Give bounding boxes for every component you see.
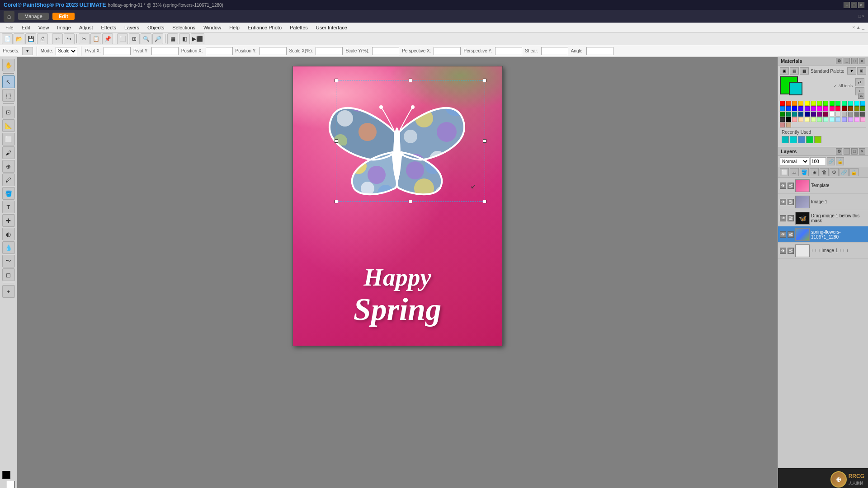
pan-tool[interactable]: ✋ xyxy=(2,59,15,71)
layers-float-icon[interactable]: □ xyxy=(851,148,858,155)
color-cell-8[interactable] xyxy=(830,101,835,106)
layer-vis-template[interactable]: 👁 xyxy=(780,183,786,189)
new-file-button[interactable]: 📄 xyxy=(2,33,13,44)
color-cell-5[interactable] xyxy=(811,101,816,106)
home-button[interactable]: ⌂ xyxy=(4,11,14,22)
paint-tool[interactable]: 🖊 xyxy=(2,174,15,186)
open-file-button[interactable]: 📂 xyxy=(14,33,24,44)
scale-x-input[interactable]: 100.00 xyxy=(316,47,343,55)
heal-tool[interactable]: ⊕ xyxy=(2,160,15,173)
menu-user-interface[interactable]: User Interface xyxy=(312,24,351,31)
save-file-button[interactable]: 💾 xyxy=(25,33,36,44)
color-cell-15[interactable] xyxy=(786,106,791,111)
persp-y-input[interactable]: 0.00 xyxy=(495,47,522,55)
color-cell-46[interactable] xyxy=(805,117,810,122)
background-color[interactable] xyxy=(789,82,802,95)
recent-color-5[interactable] xyxy=(814,136,821,143)
color-cell-28[interactable] xyxy=(780,112,785,117)
color-cell-39[interactable] xyxy=(848,112,853,117)
color-cell-38[interactable] xyxy=(842,112,847,117)
merge-layers-btn[interactable]: ⊞ xyxy=(810,168,819,176)
menu-palettes[interactable]: Palettes xyxy=(286,24,311,31)
color-cell-34[interactable] xyxy=(817,112,822,117)
minimize-button[interactable]: − xyxy=(844,2,850,8)
recent-color-3[interactable] xyxy=(798,136,805,143)
palette-add-btn[interactable]: ⊞ xyxy=(857,67,866,75)
color-cell-22[interactable] xyxy=(830,106,835,111)
presets-dropdown[interactable]: ▼ xyxy=(22,47,33,55)
print-button[interactable]: 🖨 xyxy=(37,33,48,44)
color-cell-47[interactable] xyxy=(811,117,816,122)
layer-properties-btn[interactable]: ⚙ xyxy=(830,168,839,176)
manage-button[interactable]: Manage xyxy=(18,13,49,20)
paste-button[interactable]: 📌 xyxy=(102,33,113,44)
color-cell-36[interactable] xyxy=(830,112,835,117)
layer-item-flowers[interactable]: 👁 ⛓ spring-flowers-110671_1280 xyxy=(778,226,868,243)
color-cell-44[interactable] xyxy=(792,117,797,122)
menu-window[interactable]: Window xyxy=(200,24,225,31)
color-cell-18[interactable] xyxy=(805,106,810,111)
color-cell-26[interactable] xyxy=(854,106,859,111)
angle-input[interactable]: 0.000 xyxy=(586,47,613,55)
color-cell-54[interactable] xyxy=(854,117,859,122)
color-cell-30[interactable] xyxy=(792,112,797,117)
layer-vis-flowers[interactable]: 👁 xyxy=(780,231,786,238)
color-cell-32[interactable] xyxy=(805,112,810,117)
layer-link-mask[interactable]: ⛓ xyxy=(788,215,794,221)
color-cell-6[interactable] xyxy=(817,101,822,106)
color-cell-52[interactable] xyxy=(842,117,847,122)
menu-edit[interactable]: Edit xyxy=(18,24,34,31)
recent-color-4[interactable] xyxy=(806,136,813,143)
blur-tool[interactable]: 💧 xyxy=(2,241,15,254)
color-cell-49[interactable] xyxy=(823,117,828,122)
perspective-tool[interactable]: ⬜ xyxy=(2,133,15,145)
color-cell-10[interactable] xyxy=(842,101,847,106)
copy-button[interactable]: 📋 xyxy=(90,33,101,44)
layer-vis-blank[interactable]: 👁 xyxy=(780,248,786,254)
layer-link-btn[interactable]: 🔗 xyxy=(827,157,835,165)
layer-link-flowers[interactable]: ⛓ xyxy=(788,231,794,238)
color-cell-40[interactable] xyxy=(854,112,859,117)
lock-layers-btn[interactable]: 🔒 xyxy=(849,168,859,176)
cut-button[interactable]: ✂ xyxy=(79,33,90,44)
layer-item-mask[interactable]: 👁 ⛓ 🦋 Drag image 1 below this mask xyxy=(778,210,868,226)
handle-bl[interactable] xyxy=(335,200,338,203)
zoom-in-button[interactable]: 🔍 xyxy=(141,33,151,44)
color-cell-48[interactable] xyxy=(817,117,822,122)
new-vector-layer-btn[interactable]: ▱ xyxy=(790,168,799,176)
crop-button[interactable]: ⊞ xyxy=(129,33,140,44)
crop-tool[interactable]: ⊡ xyxy=(2,106,15,118)
menu-enhance-photo[interactable]: Enhance Photo xyxy=(244,24,285,31)
straighten-tool[interactable]: 📐 xyxy=(2,119,15,132)
color-cell-4[interactable] xyxy=(805,101,810,106)
color-cell-19[interactable] xyxy=(811,106,816,111)
color-cell-55[interactable] xyxy=(860,117,865,122)
shape-tool[interactable]: ✚ xyxy=(2,214,15,227)
layer-lock-btn[interactable]: 🔒 xyxy=(836,157,844,165)
eraser-tool[interactable]: ◻ xyxy=(2,268,15,281)
color-cell-56[interactable] xyxy=(780,122,785,127)
color-cell-35[interactable] xyxy=(823,112,828,117)
recent-color-1[interactable] xyxy=(782,136,789,143)
color-cell-2[interactable] xyxy=(792,101,797,106)
menu-help[interactable]: Help xyxy=(226,24,243,31)
new-raster-layer-btn[interactable]: ⬜ xyxy=(780,168,789,176)
color-cell-53[interactable] xyxy=(848,117,853,122)
layer-link-image1[interactable]: ⛓ xyxy=(788,199,794,205)
menu-objects[interactable]: Objects xyxy=(144,24,168,31)
color-cell-3[interactable] xyxy=(798,101,803,106)
color-cell-21[interactable] xyxy=(823,106,828,111)
pick-tool[interactable]: ↖ xyxy=(2,75,15,88)
color-cell-11[interactable] xyxy=(848,101,853,106)
pos-x-input[interactable]: 163.00 xyxy=(206,47,233,55)
shear-input[interactable]: 0.00 xyxy=(541,47,568,55)
handle-br[interactable] xyxy=(483,200,486,203)
color-cell-23[interactable] xyxy=(835,106,840,111)
layer-item-template[interactable]: 👁 ⛓ Template xyxy=(778,178,868,194)
color-cell-50[interactable] xyxy=(830,117,835,122)
menu-layers[interactable]: Layers xyxy=(121,24,143,31)
clone-tool[interactable]: 🖌 xyxy=(2,146,15,159)
color-cell-1[interactable] xyxy=(786,101,791,106)
palette-pattern-btn[interactable]: ▦ xyxy=(800,67,809,75)
color-cell-16[interactable] xyxy=(792,106,797,111)
